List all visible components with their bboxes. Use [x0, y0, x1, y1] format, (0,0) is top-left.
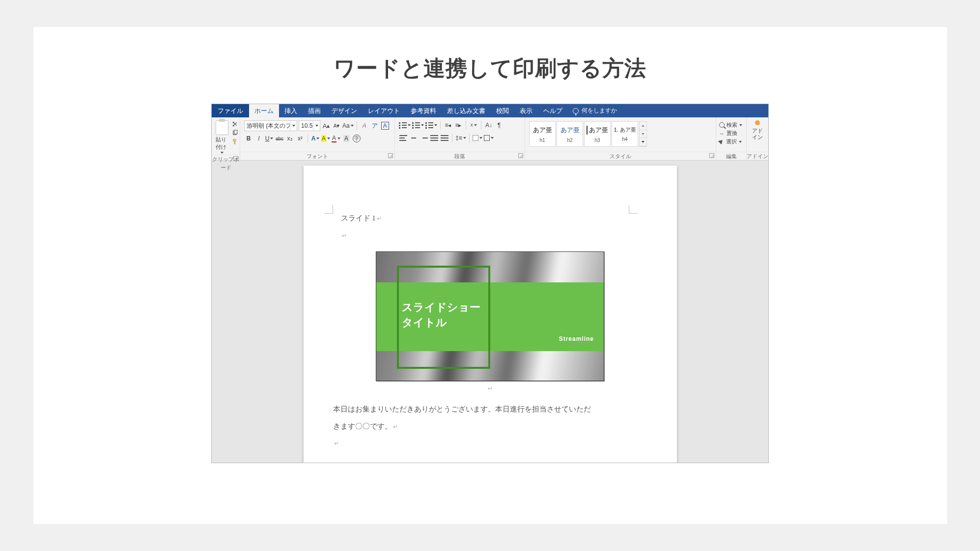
align-left-button[interactable]	[399, 133, 408, 143]
paragraph-mark-icon: ↵	[393, 423, 398, 430]
addin-icon	[755, 120, 760, 125]
distributed-icon	[441, 135, 448, 141]
text-effects-button[interactable]: A	[311, 134, 320, 143]
tab-help[interactable]: ヘルプ	[538, 104, 568, 117]
dialog-launcher-icon[interactable]	[709, 153, 714, 158]
group-label-styles: スタイル	[610, 153, 631, 159]
tab-mailings[interactable]: 差し込み文書	[442, 104, 491, 117]
style-scroll-down[interactable]	[640, 130, 646, 138]
dialog-launcher-icon[interactable]	[233, 156, 238, 161]
shrink-font-button[interactable]: A▾	[332, 121, 341, 131]
chevron-down-icon	[221, 152, 224, 154]
page-heading: ワードと連携して印刷する方法	[334, 54, 646, 83]
group-label-addins: アドイン	[747, 153, 768, 159]
paste-label: 貼り付け	[216, 136, 228, 151]
style-item-h1[interactable]: あア亜h1	[529, 121, 556, 147]
paste-button[interactable]: 貼り付け	[216, 120, 228, 154]
find-button[interactable]: 検索	[719, 121, 742, 129]
align-center-icon	[410, 135, 418, 141]
numbered-list-icon	[412, 122, 420, 128]
shading-button[interactable]	[473, 133, 482, 143]
increase-indent-button[interactable]: ≡▸	[454, 120, 463, 130]
svg-rect-1	[234, 130, 237, 134]
tab-file[interactable]: ファイル	[212, 104, 249, 117]
embedded-slide-thumbnail[interactable]: スライドショー タイトル Streamline	[376, 251, 604, 381]
group-paragraph: ≡◂ ≡▸ ☓ A↓ ¶	[395, 117, 525, 160]
borders-button[interactable]	[484, 133, 494, 143]
tab-layout[interactable]: レイアウト	[363, 104, 405, 117]
bullet-list-icon	[399, 122, 407, 128]
decrease-indent-button[interactable]: ≡◂	[444, 120, 452, 130]
align-left-icon	[399, 135, 407, 141]
replace-button[interactable]: ↔置換	[719, 130, 742, 137]
document-page: スライド 1↵ ↵ スライドショー タイトル Streamline ↵ 本日はお…	[304, 165, 677, 463]
tab-review[interactable]: 校閲	[491, 104, 514, 117]
chevron-down-icon	[642, 133, 644, 135]
highlight-button[interactable]: A	[321, 134, 330, 143]
sort-button[interactable]: A↓	[484, 120, 493, 130]
document-area[interactable]: スライド 1↵ ↵ スライドショー タイトル Streamline ↵ 本日はお…	[212, 161, 768, 463]
style-gallery-nav	[639, 121, 647, 147]
style-scroll-up[interactable]	[640, 122, 646, 130]
align-right-icon	[420, 135, 428, 141]
slide-brand-text: Streamline	[559, 335, 594, 342]
numbered-list-button[interactable]	[412, 120, 424, 130]
distributed-button[interactable]	[440, 133, 449, 143]
show-marks-button[interactable]: ¶	[495, 120, 504, 130]
font-name-combo[interactable]: 游明朝 (本文のフ	[244, 120, 297, 131]
line-spacing-button[interactable]: ‡≡	[455, 133, 466, 143]
group-addins: アド イン アドイン	[747, 117, 768, 160]
tab-design[interactable]: デザイン	[326, 104, 363, 117]
enclose-char-button[interactable]: 字	[352, 134, 361, 143]
chevron-down-icon	[290, 121, 297, 131]
brush-icon	[232, 138, 238, 145]
dialog-launcher-icon[interactable]	[388, 153, 393, 158]
font-color-button[interactable]: A	[332, 134, 340, 143]
font-size-combo[interactable]: 10.5	[299, 120, 320, 131]
tab-home[interactable]: ホーム	[249, 104, 279, 117]
char-shading-button[interactable]: A	[342, 134, 351, 143]
change-case-button[interactable]: Aa	[342, 121, 354, 131]
select-button[interactable]: 選択	[719, 138, 742, 145]
align-right-button[interactable]	[420, 133, 428, 143]
clear-formatting-button[interactable]: A	[360, 121, 369, 131]
tab-insert[interactable]: 挿入	[279, 104, 303, 117]
group-editing: 検索 ↔置換 選択 編集	[716, 117, 747, 160]
article-card: ワードと連携して印刷する方法 ファイル ホーム 挿入 描画 デザイン レイアウト…	[33, 27, 947, 524]
grow-font-button[interactable]: A▴	[322, 121, 331, 131]
italic-button[interactable]: I	[254, 134, 263, 143]
phonetic-guide-button[interactable]: ア	[370, 121, 379, 131]
tell-me-search[interactable]: 何をしますか	[568, 104, 617, 117]
copy-button[interactable]	[231, 129, 238, 136]
align-center-button[interactable]	[409, 133, 418, 143]
bullet-list-button[interactable]	[399, 120, 411, 130]
group-label-paragraph: 段落	[454, 153, 465, 159]
tab-view[interactable]: 表示	[514, 104, 538, 117]
body-paragraph-1: 本日はお集まりいただきありがとうございます。本日進行を担当させていただ	[333, 401, 647, 418]
format-painter-button[interactable]	[231, 138, 238, 145]
style-item-h2[interactable]: あア亜h2	[557, 121, 583, 147]
word-app-window: ファイル ホーム 挿入 描画 デザイン レイアウト 参考資料 差し込み文書 校閲…	[211, 104, 769, 463]
multilevel-list-button[interactable]	[425, 120, 437, 130]
strikethrough-button[interactable]: abc	[275, 134, 284, 143]
paragraph-mark-center: ↵	[333, 385, 647, 392]
addins-button[interactable]: アド イン	[752, 117, 763, 141]
style-expand[interactable]	[640, 138, 646, 146]
group-label-font: フォント	[307, 153, 328, 159]
character-border-button[interactable]: A	[381, 121, 390, 131]
style-item-h4[interactable]: 1. あア亜h4	[612, 121, 638, 147]
superscript-button[interactable]: x²	[296, 134, 305, 143]
justify-button[interactable]	[430, 133, 439, 143]
ribbon-tab-strip: ファイル ホーム 挿入 描画 デザイン レイアウト 参考資料 差し込み文書 校閲…	[212, 104, 768, 117]
dialog-launcher-icon[interactable]	[518, 153, 523, 158]
style-item-h3[interactable]: あア亜h3	[584, 121, 611, 147]
lightbulb-icon	[573, 108, 579, 114]
underline-button[interactable]: U	[265, 134, 274, 143]
bold-button[interactable]: B	[244, 134, 253, 143]
asian-layout-button[interactable]: ☓	[469, 120, 478, 130]
cut-button[interactable]	[231, 120, 238, 127]
subscript-button[interactable]: x₂	[285, 134, 294, 143]
tab-references[interactable]: 参考資料	[405, 104, 442, 117]
margin-marker-icon	[629, 205, 638, 214]
tab-draw[interactable]: 描画	[303, 104, 326, 117]
